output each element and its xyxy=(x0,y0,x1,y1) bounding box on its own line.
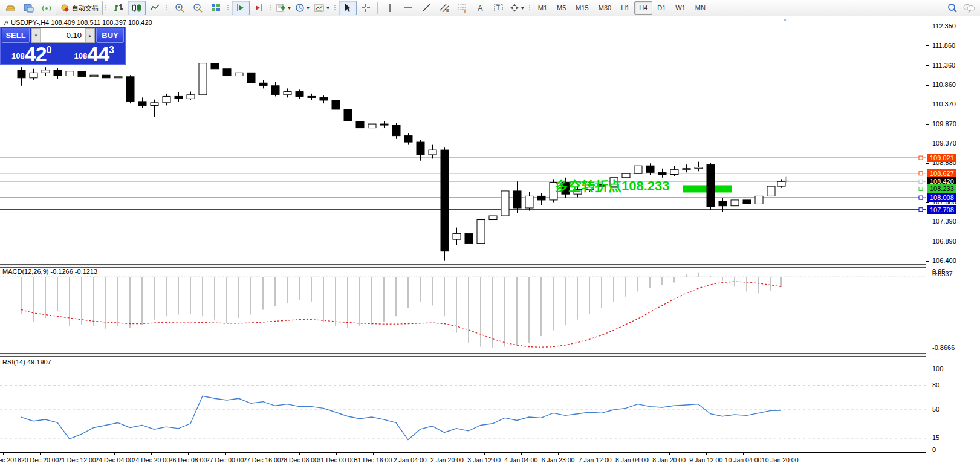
line-handle[interactable] xyxy=(919,172,923,175)
zoom-out-button[interactable] xyxy=(189,1,207,15)
volume-input[interactable] xyxy=(41,28,85,42)
line-handle[interactable] xyxy=(919,187,923,190)
auto-scroll-icon xyxy=(235,3,246,13)
text-label-tool-button[interactable]: T xyxy=(490,1,508,15)
buy-button[interactable]: BUY xyxy=(96,28,124,43)
buy-price[interactable]: 108 44 3 xyxy=(63,44,126,64)
signals-icon[interactable] xyxy=(37,1,56,15)
line-chart-type-button[interactable] xyxy=(146,1,164,15)
sell-price-big: 42 xyxy=(25,45,47,63)
volume-increase-button[interactable]: ▲ xyxy=(85,28,94,42)
trendline-tool-button[interactable] xyxy=(417,1,435,15)
chart-menu-chevron-icon[interactable]: ^ xyxy=(784,18,787,25)
timeframe-m5[interactable]: M5 xyxy=(552,1,571,15)
vertical-line-tool-button[interactable] xyxy=(381,1,399,15)
price-badge: 108.008 xyxy=(927,193,956,202)
zoom-in-icon xyxy=(174,3,185,13)
candle-body xyxy=(695,167,703,169)
time-label: 7 Jan 12:00 xyxy=(579,456,612,464)
macd-pane[interactable]: MACD(12,26,9) -0.1266 -0.1213 xyxy=(0,267,926,352)
templates-button[interactable]: ▼ xyxy=(312,1,332,15)
timeframe-m30[interactable]: M30 xyxy=(594,1,616,15)
candle-body xyxy=(356,121,364,128)
axis-tick-label: 110.860 xyxy=(932,81,956,88)
candle-body xyxy=(719,201,727,206)
line-handle[interactable] xyxy=(919,196,923,199)
horizontal-line-tool-button[interactable] xyxy=(399,1,417,15)
volume-stepper: ▼ ▲ xyxy=(31,28,95,43)
zoom-in-button[interactable] xyxy=(170,1,189,15)
search-icon[interactable] xyxy=(947,3,957,13)
time-axis[interactable]: 20 Dec 201820 Dec 20:0021 Dec 12:0024 De… xyxy=(0,452,926,466)
tile-windows-button[interactable] xyxy=(207,1,225,15)
timeframe-mn[interactable]: MN xyxy=(690,1,710,15)
candlestick-chart-type-button[interactable] xyxy=(128,1,146,15)
candle-body xyxy=(646,166,654,172)
chart-shift-button[interactable] xyxy=(250,1,268,15)
price-badge: 108.233 xyxy=(927,184,956,193)
auto-scroll-button[interactable] xyxy=(232,1,250,15)
macd-chart xyxy=(0,267,926,352)
vertical-line-icon xyxy=(387,3,393,13)
indicators-button[interactable]: ▼ xyxy=(274,1,293,15)
candlestick-chart: 多空转折点108.233 xyxy=(0,17,926,264)
cursor-tool-button[interactable] xyxy=(339,1,357,15)
timeframe-m1[interactable]: M1 xyxy=(533,1,552,15)
time-label: 3 Jan 12:00 xyxy=(467,456,501,464)
candle-body xyxy=(66,71,74,76)
candle-body xyxy=(332,100,340,109)
sell-price-small: 108 xyxy=(11,51,25,60)
timeframe-h4[interactable]: H4 xyxy=(634,1,652,15)
line-handle[interactable] xyxy=(919,156,923,160)
candle-body xyxy=(392,125,400,136)
periods-button[interactable]: ▼ xyxy=(293,1,312,15)
time-tick xyxy=(3,453,4,455)
expert-advisor-icon[interactable] xyxy=(19,1,37,15)
rsi-pane[interactable]: RSI(14) 49.1907 xyxy=(0,357,926,451)
dropdown-arrow-icon: ▼ xyxy=(326,6,330,10)
rsi-scale-label: 15 xyxy=(932,434,939,441)
auto-trading-button[interactable]: 自动交易 xyxy=(56,1,103,15)
time-label: 8 Jan 04:00 xyxy=(615,456,649,464)
chart-window[interactable]: USDJPY-,H4 108.409 108.511 108.397 108.4… xyxy=(0,17,926,466)
sell-price[interactable]: 108 42 0 xyxy=(1,44,63,64)
price-badge: 108.627 xyxy=(927,169,956,178)
chat-icon[interactable] xyxy=(963,4,975,13)
sell-button[interactable]: SELL xyxy=(2,28,30,43)
candle-body xyxy=(683,169,690,170)
channel-icon: E xyxy=(439,3,450,13)
time-label: 2 Jan 04:00 xyxy=(394,456,427,464)
volume-decrease-button[interactable]: ▼ xyxy=(31,28,41,42)
rsi-line xyxy=(21,396,781,439)
crosshair-tool-button[interactable] xyxy=(357,1,375,15)
text-tool-button[interactable]: A xyxy=(472,1,490,15)
time-label: 8 Jan 20:00 xyxy=(652,456,686,464)
bar-chart-type-button[interactable] xyxy=(109,1,128,15)
timeframe-d1[interactable]: D1 xyxy=(652,1,670,15)
candle-body xyxy=(151,103,158,106)
price-axis[interactable]: 112.350111.860111.360110.860110.370109.8… xyxy=(926,17,980,466)
time-tick xyxy=(447,453,447,455)
time-tick xyxy=(595,453,595,455)
equidistant-channel-tool-button[interactable]: E xyxy=(435,1,453,15)
main-price-pane[interactable]: USDJPY-,H4 108.409 108.511 108.397 108.4… xyxy=(0,17,926,264)
time-label: 28 Dec 08:00 xyxy=(280,456,317,464)
candle-body xyxy=(755,196,763,204)
pane-separator[interactable] xyxy=(0,353,980,357)
candle-body xyxy=(670,170,678,175)
time-label: 2 Jan 20:00 xyxy=(430,456,464,464)
pivot-annotation-text[interactable]: 多空转折点108.233 xyxy=(555,178,670,193)
new-order-icon[interactable] xyxy=(1,1,19,15)
candle-body xyxy=(777,181,785,186)
timeframe-h1[interactable]: H1 xyxy=(616,1,634,15)
line-handle[interactable] xyxy=(919,208,923,212)
fibonacci-tool-button[interactable]: F xyxy=(453,1,472,15)
timeframe-m15[interactable]: M15 xyxy=(571,1,593,15)
timeframe-w1[interactable]: W1 xyxy=(670,1,690,15)
time-label: 26 Dec 08:00 xyxy=(169,456,207,464)
candle-body xyxy=(743,200,751,204)
arrows-tool-button[interactable]: ▼ xyxy=(508,1,527,15)
candle-body xyxy=(271,86,279,95)
candle-body xyxy=(126,77,134,102)
line-handle[interactable] xyxy=(919,180,923,183)
